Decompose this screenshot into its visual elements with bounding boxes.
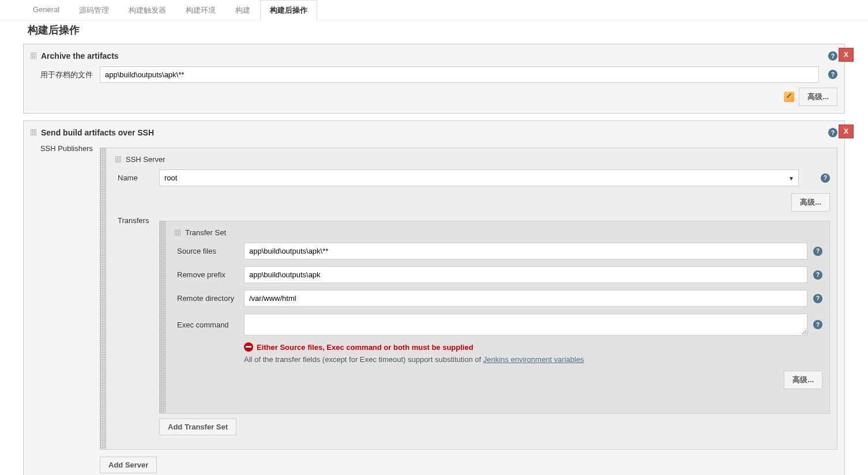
config-tabs: General 源码管理 构建触发器 构建环境 构建 构建后操作 (0, 0, 868, 21)
exec-command-textarea[interactable] (244, 314, 807, 335)
error-icon (244, 342, 253, 352)
ssh-close-button[interactable]: X (839, 125, 854, 138)
source-files-label: Source files (175, 247, 244, 255)
drag-strip-icon[interactable] (160, 221, 166, 413)
help-icon[interactable]: ? (828, 51, 837, 61)
archive-title: Archive the artifacts (41, 51, 119, 61)
info-text: All of the transfer fields (except for E… (244, 355, 822, 364)
transfer-set-title: Transfer Set (185, 228, 226, 237)
ssh-title: Send build artifacts over SSH (41, 128, 154, 137)
remove-prefix-input[interactable] (244, 266, 807, 283)
tab-post-build[interactable]: 构建后操作 (260, 0, 317, 21)
drag-handle-icon[interactable] (115, 156, 121, 163)
edit-icon[interactable] (784, 92, 794, 102)
drag-strip-icon[interactable] (100, 148, 106, 449)
remote-directory-label: Remote directory (175, 294, 244, 303)
exec-command-label: Exec command (175, 321, 244, 329)
archive-advanced-button[interactable]: 高级... (799, 88, 837, 106)
tab-source[interactable]: 源码管理 (69, 0, 119, 20)
ssh-name-select[interactable]: root (159, 169, 799, 186)
ssh-server-advanced-button[interactable]: 高级... (791, 193, 830, 212)
drag-handle-icon[interactable] (31, 52, 36, 59)
ssh-server-panel: SSH Server Name root ▼ ? (100, 148, 837, 450)
tab-env[interactable]: 构建环境 (176, 0, 226, 20)
ssh-name-label: Name (115, 174, 159, 182)
ssh-panel: X ? Send build artifacts over SSH SSH Pu… (23, 120, 845, 475)
tab-trigger[interactable]: 构建触发器 (119, 0, 176, 20)
source-files-input[interactable] (244, 243, 807, 259)
drag-handle-icon[interactable] (31, 129, 36, 136)
help-icon[interactable]: ? (828, 128, 837, 137)
transfer-set-panel: Transfer Set Source files ? (159, 221, 830, 414)
archive-files-label: 用于存档的文件 (31, 70, 100, 80)
error-message: Either Source files, Exec command or bot… (257, 343, 474, 352)
help-icon[interactable]: ? (821, 174, 830, 183)
add-server-button[interactable]: Add Server (100, 457, 157, 473)
remote-directory-input[interactable] (244, 290, 807, 307)
transfers-label: Transfers (115, 216, 159, 225)
archive-files-input[interactable] (100, 66, 819, 83)
ssh-publishers-label: SSH Publishers (31, 143, 100, 153)
help-icon[interactable]: ? (813, 294, 822, 303)
remove-prefix-label: Remove prefix (175, 270, 244, 279)
tab-build[interactable]: 构建 (226, 0, 260, 20)
help-icon[interactable]: ? (813, 320, 822, 329)
env-vars-link[interactable]: Jenkins environment variables (483, 355, 584, 364)
help-icon[interactable]: ? (813, 247, 822, 256)
drag-handle-icon[interactable] (175, 229, 181, 236)
add-transfer-set-button[interactable]: Add Transfer Set (159, 419, 236, 435)
help-icon[interactable]: ? (813, 270, 822, 280)
tab-general[interactable]: General (23, 0, 69, 20)
section-title: 构建后操作 (23, 21, 845, 44)
ssh-server-title: SSH Server (126, 155, 166, 164)
transfer-advanced-button[interactable]: 高级... (784, 371, 822, 389)
archive-artifacts-panel: X ? ? Archive the artifacts 用于存档的文件 高级..… (23, 44, 845, 114)
archive-close-button[interactable]: X (839, 48, 854, 62)
